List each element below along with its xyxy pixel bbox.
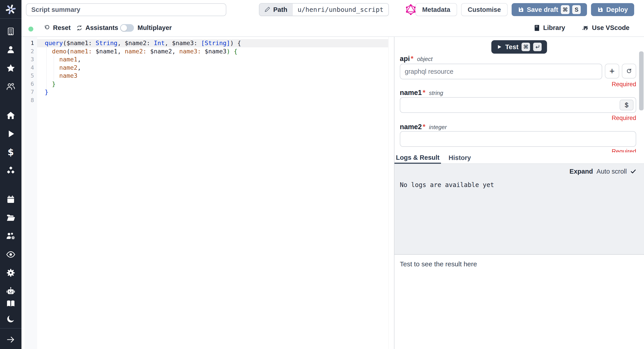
sidebar-item-groups[interactable] bbox=[0, 80, 22, 93]
field-name: name1 bbox=[400, 89, 422, 97]
code-token: , bbox=[77, 56, 81, 63]
sidebar-item-workers[interactable] bbox=[0, 230, 22, 242]
editor-code[interactable]: query($name1: String, $name2: Int, $name… bbox=[45, 39, 387, 104]
play-icon bbox=[6, 129, 16, 139]
check-icon[interactable] bbox=[630, 169, 636, 174]
code-token: ) { bbox=[226, 48, 238, 55]
code-token: , $name3: bbox=[164, 39, 201, 46]
api-resource-input[interactable] bbox=[400, 64, 602, 79]
use-vscode-label: Use VScode bbox=[592, 24, 630, 31]
users-gear-icon bbox=[6, 232, 16, 241]
sidebar-divider-bottom bbox=[0, 328, 22, 329]
reset-button[interactable]: Reset bbox=[44, 19, 71, 36]
sidebar-item-logo[interactable] bbox=[0, 2, 22, 16]
eye-icon bbox=[6, 250, 16, 259]
tab-history[interactable]: History bbox=[444, 152, 475, 163]
logs-panel: Expand Auto scroll No logs are available… bbox=[394, 164, 644, 254]
required-badge: Required bbox=[612, 81, 636, 88]
code-token: } bbox=[52, 80, 56, 87]
required-asterisk: * bbox=[411, 55, 414, 63]
variable-picker-button[interactable]: $ bbox=[620, 100, 634, 110]
code-token bbox=[45, 48, 52, 55]
script-summary-input[interactable] bbox=[26, 3, 226, 16]
home-icon bbox=[6, 111, 16, 120]
save-icon bbox=[597, 6, 604, 13]
panel-scrollbar[interactable] bbox=[639, 51, 644, 110]
users-icon bbox=[6, 82, 16, 91]
library-button[interactable]: Library bbox=[533, 24, 565, 31]
expand-button[interactable]: Expand bbox=[570, 168, 593, 175]
customise-button[interactable]: Customise bbox=[461, 3, 508, 16]
star-icon bbox=[6, 63, 16, 73]
library-book-icon bbox=[533, 24, 540, 31]
sidebar-item-favorites[interactable] bbox=[0, 62, 22, 74]
gear-icon bbox=[6, 268, 16, 278]
top-bar: Path u/henri/unbound_script Metadata Cus… bbox=[22, 0, 644, 19]
refresh-resource-button[interactable] bbox=[622, 64, 636, 78]
script-args-form: api * object + bbox=[394, 37, 644, 152]
sidebar-item-ai[interactable] bbox=[0, 285, 22, 297]
code-line bbox=[45, 96, 387, 105]
multiplayer-toggle[interactable] bbox=[120, 24, 134, 32]
autoscroll-label[interactable]: Auto scroll bbox=[596, 168, 627, 175]
sidebar-item-runs[interactable] bbox=[0, 128, 22, 140]
result-area: Test to see the result here bbox=[394, 255, 644, 349]
sidebar-item-audit[interactable] bbox=[0, 248, 22, 261]
deploy-label: Deploy bbox=[606, 6, 628, 13]
tab-logs-result[interactable]: Logs & Result bbox=[394, 152, 441, 164]
use-vscode-button[interactable]: Use VScode bbox=[582, 24, 630, 31]
status-dot bbox=[28, 26, 33, 31]
name2-input[interactable] bbox=[400, 131, 636, 147]
sidebar-item-docs[interactable] bbox=[0, 297, 22, 310]
sidebar-item-resources[interactable] bbox=[0, 164, 22, 177]
sidebar-item-home[interactable] bbox=[0, 109, 22, 122]
user-icon bbox=[6, 45, 16, 54]
code-token: String bbox=[96, 39, 118, 46]
sidebar-item-theme[interactable] bbox=[0, 313, 22, 325]
sidebar-item-user[interactable] bbox=[0, 43, 22, 56]
code-token: name3: bbox=[179, 48, 201, 55]
add-resource-button[interactable]: + bbox=[605, 64, 619, 78]
deploy-button[interactable]: Deploy bbox=[591, 3, 634, 16]
code-token: $name3 bbox=[201, 48, 226, 55]
code-line: name2, bbox=[45, 64, 387, 72]
code-line: } bbox=[45, 80, 387, 88]
cubes-icon bbox=[6, 166, 16, 175]
edit-path-button[interactable]: Path bbox=[260, 3, 292, 16]
sidebar-item-schedules[interactable] bbox=[0, 193, 22, 206]
code-token: ) { bbox=[230, 39, 241, 46]
metadata-button[interactable]: Metadata bbox=[416, 3, 457, 16]
sidebar-divider bbox=[0, 18, 22, 18]
sidebar-expand-button[interactable] bbox=[0, 333, 22, 346]
code-token: ( bbox=[67, 48, 70, 55]
sidebar-item-variables[interactable]: $ bbox=[0, 146, 22, 158]
code-token bbox=[45, 56, 59, 63]
sidebar-item-workspace[interactable] bbox=[0, 25, 22, 38]
sidebar-item-settings[interactable] bbox=[0, 267, 22, 279]
refresh-icon bbox=[76, 24, 83, 31]
field-name: api bbox=[400, 55, 410, 63]
code-token: name1: bbox=[70, 48, 92, 55]
plus-icon: + bbox=[609, 67, 614, 75]
code-editor[interactable]: 12345678 query($name1: String, $name2: I… bbox=[22, 37, 394, 349]
building-icon bbox=[6, 27, 16, 36]
code-token: , bbox=[77, 64, 81, 71]
required-asterisk: * bbox=[422, 89, 425, 97]
code-token: name2: bbox=[125, 48, 147, 55]
multiplayer-label: Multiplayer bbox=[138, 19, 172, 36]
field-type: object bbox=[417, 56, 432, 62]
line-number: 4 bbox=[24, 64, 37, 72]
assistants-button[interactable]: Assistants bbox=[76, 19, 118, 36]
code-token: , $name2: bbox=[118, 39, 154, 46]
library-label: Library bbox=[543, 24, 565, 31]
result-placeholder: Test to see the result here bbox=[400, 260, 477, 268]
customise-label: Customise bbox=[468, 6, 501, 13]
script-path-value[interactable]: u/henri/unbound_script bbox=[292, 3, 388, 16]
required-badge: Required bbox=[612, 148, 636, 152]
field-name: name2 bbox=[400, 123, 422, 131]
save-draft-button[interactable]: Save draft ⌘ S bbox=[512, 3, 587, 16]
sidebar-item-folders[interactable] bbox=[0, 212, 22, 224]
name1-input[interactable] bbox=[400, 97, 636, 113]
code-token bbox=[45, 72, 59, 79]
editor-toolbar: Reset Assistants Multiplayer bbox=[22, 19, 644, 36]
